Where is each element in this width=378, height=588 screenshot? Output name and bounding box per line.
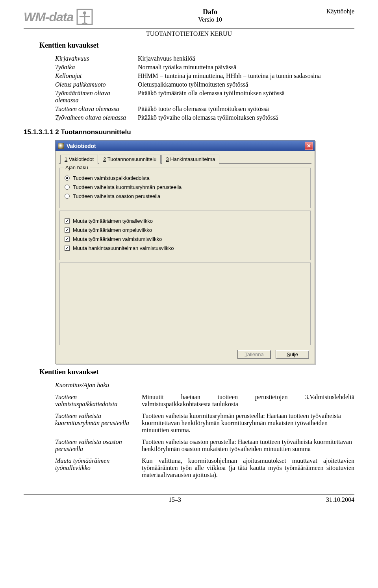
defs1-term-2: Kellonajat <box>55 72 134 80</box>
radio-row-1[interactable]: Tuotteen vaiheista kuormitusryhmän perus… <box>65 184 306 190</box>
defs1-term-6: Työvaiheen oltava olemassa <box>55 114 134 121</box>
tab-0-label: Vakiotiedot <box>67 156 94 162</box>
logo-text: WM-data <box>24 10 73 24</box>
close-icon: ✕ <box>307 143 311 149</box>
doc-title: Dafo <box>198 8 222 16</box>
logo: WM-data <box>24 8 94 26</box>
defs1-term-5: Tuotteen oltava olemassa <box>55 105 134 113</box>
close-dialog-button[interactable]: Sulje <box>276 350 309 359</box>
checkbox-label-0: Muuta työmääräimen työnalleviikko <box>73 218 153 224</box>
defs2-term-2: Tuotteen vaiheista osaston perusteella <box>55 438 138 453</box>
tab-1[interactable]: 2 Tuotannonsuunnittelu <box>99 155 161 164</box>
checkbox-1[interactable] <box>65 227 70 233</box>
save-label-rest: allenna <box>247 351 264 357</box>
empty-panel <box>59 263 311 345</box>
defs1-term-4: Työmääräimen oltava olemassa <box>55 90 134 104</box>
section-heading-1: Kenttien kuvaukset <box>39 41 354 50</box>
defs2-desc-1: Tuotteen vaiheista kuormitusryhmän perus… <box>142 412 354 434</box>
close-button[interactable]: ✕ <box>305 142 313 150</box>
tab-2[interactable]: 3 Hankintasuunitelma <box>161 155 219 164</box>
defs2-header: Kuormitus/Ajan haku <box>55 382 138 389</box>
radio-0[interactable] <box>65 176 70 181</box>
radio-row-2[interactable]: Tuotteen vaiheista osaston perusteella <box>65 193 306 199</box>
ajan-haku-group: Ajan haku Tuotteen valmistuspaikkatiedoi… <box>59 168 311 208</box>
definitions-table-1: KirjavahvuusKirjavahvuus henkilöäTyöaika… <box>55 55 354 121</box>
radio-label-2: Tuotteen vaiheista osaston perusteella <box>73 193 160 199</box>
footer-center: 15–3 <box>169 496 181 503</box>
defs2-term-0: Tuotteen valmistuspaikkatiedoista <box>55 394 138 408</box>
titlebar: Vakiotiedot ✕ <box>56 141 315 151</box>
definitions-table-2: Kuormitus/Ajan haku Tuotteen valmistuspa… <box>55 382 354 479</box>
dialog-window: Vakiotiedot ✕ 1 Vakiotiedot2 Tuotannonsu… <box>55 140 315 364</box>
doc-title-block: Dafo Versio 10 <box>198 8 222 23</box>
radio-2[interactable] <box>65 194 70 199</box>
defs1-desc-5: Pitääkö tuote olla olemassa työilmoituks… <box>138 105 354 113</box>
close-label-rest: ulje <box>290 351 298 357</box>
sub-section-label: 15.1.3.1.1 2 Tuotannonsuunnittelu <box>24 128 354 136</box>
close-mnemonic: S <box>287 351 290 357</box>
header-rule <box>24 28 354 29</box>
defs2-term-3: Muuta työmääräimen työnalleviikko <box>55 457 138 479</box>
defs1-desc-3: Oletuspalkkamuoto työilmoitusten syötöss… <box>138 81 354 88</box>
defs1-term-3: Oletus palkkamuoto <box>55 81 134 88</box>
sub-header: TUOTANTOTIETOJEN KERUU <box>24 30 354 37</box>
checkbox-0[interactable] <box>65 218 70 224</box>
radio-1[interactable] <box>65 185 70 190</box>
checkbox-label-2: Muuta työmääräimen valmistumisviikko <box>73 236 162 242</box>
logo-icon <box>76 8 94 26</box>
defs1-desc-6: Pitääkö työvaihe olla olemassa työilmoit… <box>138 114 354 121</box>
window-title: Vakiotiedot <box>67 143 96 149</box>
checkbox-label-3: Muuta hankintasuunnitelman valmistusviik… <box>73 245 174 251</box>
tab-2-label: Hankintasuunitelma <box>169 156 215 162</box>
check-row-0[interactable]: Muuta työmääräimen työnalleviikko <box>65 218 306 224</box>
checkbox-2[interactable] <box>65 237 70 242</box>
page-footer: 15–3 31.10.2004 <box>24 494 354 503</box>
defs2-desc-0: Minuutit haetaan tuotteen perustietojen … <box>142 394 354 408</box>
footer-right: 31.10.2004 <box>326 496 354 503</box>
defs1-desc-0: Kirjavahvuus henkilöä <box>138 55 354 62</box>
defs1-term-1: Työaika <box>55 64 134 71</box>
radio-label-0: Tuotteen valmistuspaikkatiedoista <box>73 175 150 181</box>
defs2-term-1: Tuotteen vaiheista kuormitusryhmän perus… <box>55 412 138 434</box>
check-row-1[interactable]: Muuta työmääräimen ompeluviikko <box>65 227 306 233</box>
defs1-desc-2: HHMM = tunteina ja minuutteina, HHhh = t… <box>138 72 354 80</box>
defs1-desc-1: Normaali työaika minuutteina päivässä <box>138 64 354 71</box>
window-icon <box>58 143 64 149</box>
radio-row-0[interactable]: Tuotteen valmistuspaikkatiedoista <box>65 175 306 181</box>
check-row-3[interactable]: Muuta hankintasuunnitelman valmistusviik… <box>65 245 306 251</box>
tab-bar: 1 Vakiotiedot2 Tuotannonsuunnittelu3 Han… <box>59 154 311 164</box>
defs1-term-0: Kirjavahvuus <box>55 55 134 62</box>
tab-0[interactable]: 1 Vakiotiedot <box>60 155 98 164</box>
checkbox-group: Muuta työmääräimen työnalleviikkoMuuta t… <box>59 211 311 260</box>
svg-point-1 <box>83 11 86 15</box>
radio-label-1: Tuotteen vaiheista kuormitusryhmän perus… <box>73 184 182 190</box>
tab-2-mnemonic: 3 <box>166 156 169 162</box>
save-button[interactable]: Tallenna <box>237 350 271 359</box>
checkbox-label-1: Muuta työmääräimen ompeluviikko <box>73 227 152 233</box>
page-header: WM-data Dafo Versio 10 Käyttöohje <box>24 8 354 26</box>
check-row-2[interactable]: Muuta työmääräimen valmistumisviikko <box>65 236 306 242</box>
doc-type: Käyttöohje <box>326 8 354 15</box>
button-row: Tallenna Sulje <box>59 346 311 360</box>
defs2-desc-3: Kun valittuna, kuormitusohjelman ajoitus… <box>142 457 354 479</box>
section-heading-2: Kenttien kuvaukset <box>39 368 354 376</box>
defs2-desc-2: Tuotteen vaiheista osaston perustella: H… <box>142 438 354 453</box>
defs1-desc-4: Pitääkö työmääräin olla olemassa työilmo… <box>138 90 354 104</box>
doc-version: Versio 10 <box>198 16 222 23</box>
group-title: Ajan haku <box>64 165 90 170</box>
tab-1-label: Tuotannonsuunnittelu <box>106 156 156 162</box>
checkbox-3[interactable] <box>65 246 70 251</box>
